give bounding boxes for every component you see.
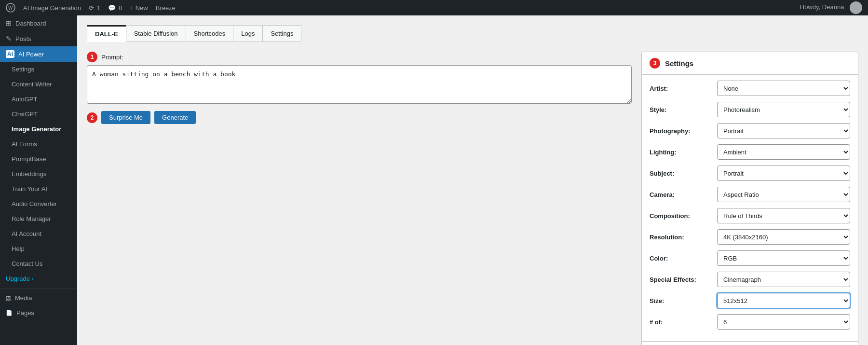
- artist-select[interactable]: None: [717, 81, 850, 96]
- sidebar-item-dashboard[interactable]: ⊞ Dashboard: [0, 15, 77, 31]
- sidebar-separator: [0, 288, 77, 289]
- color-select[interactable]: RGB: [717, 250, 850, 266]
- artist-row: Artist: None: [650, 81, 850, 96]
- main-content: DALL-E Stable Diffusion Shortcodes Logs …: [77, 15, 868, 345]
- tab-settings[interactable]: Settings: [262, 25, 301, 42]
- num-of-label: # of:: [650, 318, 717, 326]
- step3-badge: 3: [650, 58, 660, 69]
- subject-label: Subject:: [650, 170, 717, 177]
- prompt-label: Prompt:: [101, 54, 123, 61]
- content-layout: 1 Prompt: 2 Surprise Me Generate 3 Setti…: [87, 52, 858, 345]
- update-icon: ⟳: [89, 4, 94, 12]
- style-label: Style:: [650, 106, 717, 113]
- sidebar: ⊞ Dashboard ✎ Posts AI AI Power Settings…: [0, 15, 77, 345]
- sidebar-item-pages[interactable]: 📄 Pages: [0, 305, 77, 320]
- camera-label: Camera:: [650, 191, 717, 198]
- photography-select[interactable]: Portrait: [717, 123, 850, 138]
- settings-footer: Set as Default: [642, 341, 858, 345]
- generate-button[interactable]: Generate: [154, 111, 196, 124]
- sidebar-item-chatgpt[interactable]: ChatGPT: [0, 107, 77, 122]
- style-select[interactable]: Photorealism: [717, 102, 850, 117]
- size-select[interactable]: 512x512: [717, 293, 850, 308]
- special-effects-row: Special Effects: Cinemagraph: [650, 272, 850, 287]
- tab-stable-diffusion[interactable]: Stable Diffusion: [126, 25, 186, 42]
- subject-select[interactable]: Portrait: [717, 166, 850, 181]
- comment-icon: 💬: [108, 4, 116, 12]
- num-of-select[interactable]: 6: [717, 314, 850, 330]
- resolution-row: Resolution: 4K (3840x2160): [650, 229, 850, 245]
- site-name[interactable]: AI Image Generation: [23, 4, 81, 12]
- color-label: Color:: [650, 255, 717, 262]
- left-panel: 1 Prompt: 2 Surprise Me Generate: [87, 52, 632, 345]
- tab-logs[interactable]: Logs: [233, 25, 263, 42]
- sidebar-item-ai-account[interactable]: AI Account: [0, 226, 77, 241]
- photography-label: Photography:: [650, 127, 717, 135]
- step2-badge: 2: [87, 112, 97, 123]
- pages-icon: 📄: [6, 310, 13, 316]
- plugin-label[interactable]: Breeze: [156, 4, 176, 12]
- user-avatar: [850, 1, 862, 14]
- sidebar-item-posts[interactable]: ✎ Posts: [0, 31, 77, 46]
- size-row: Size: 512x512: [650, 293, 850, 308]
- composition-label: Composition:: [650, 212, 717, 220]
- composition-select[interactable]: Rule of Thirds: [717, 208, 850, 223]
- resolution-select[interactable]: 4K (3840x2160): [717, 229, 850, 245]
- lighting-select[interactable]: Ambient: [717, 144, 850, 160]
- comments-button[interactable]: 💬 0: [108, 4, 122, 12]
- svg-text:W: W: [8, 5, 13, 11]
- surprise-me-button[interactable]: Surprise Me: [101, 111, 150, 124]
- sidebar-item-settings[interactable]: Settings: [0, 62, 77, 77]
- sidebar-item-audio-converter[interactable]: Audio Converter: [0, 196, 77, 211]
- composition-row: Composition: Rule of Thirds: [650, 208, 850, 223]
- user-greeting: Howdy, Deanna: [800, 1, 862, 14]
- sidebar-item-role-manager[interactable]: Role Manager: [0, 211, 77, 226]
- ai-power-icon: AI: [6, 50, 14, 58]
- sidebar-item-help[interactable]: Help: [0, 241, 77, 256]
- posts-icon: ✎: [6, 35, 12, 42]
- color-row: Color: RGB: [650, 250, 850, 266]
- camera-select[interactable]: Aspect Ratio: [717, 187, 850, 202]
- size-label: Size:: [650, 297, 717, 304]
- camera-row: Camera: Aspect Ratio: [650, 187, 850, 202]
- sidebar-item-promptbase[interactable]: PromptBase: [0, 152, 77, 166]
- dashboard-icon: ⊞: [6, 19, 12, 27]
- num-of-row: # of: 6: [650, 314, 850, 330]
- prompt-textarea[interactable]: [87, 65, 632, 104]
- settings-title: Settings: [665, 59, 693, 68]
- sidebar-item-autogpt[interactable]: AutoGPT: [0, 92, 77, 107]
- photography-row: Photography: Portrait: [650, 123, 850, 138]
- sidebar-item-media[interactable]: 🖼 Media: [0, 290, 77, 305]
- sidebar-item-train-your-ai[interactable]: Train Your AI: [0, 181, 77, 196]
- sidebar-item-content-writer[interactable]: Content Writer: [0, 77, 77, 92]
- sidebar-item-ai-power[interactable]: AI AI Power: [0, 46, 77, 62]
- sidebar-item-embeddings[interactable]: Embeddings: [0, 166, 77, 181]
- subject-row: Subject: Portrait: [650, 166, 850, 181]
- tab-shortcodes[interactable]: Shortcodes: [186, 25, 234, 42]
- tabs-bar: DALL-E Stable Diffusion Shortcodes Logs …: [87, 25, 858, 42]
- action-row: 2 Surprise Me Generate: [87, 111, 632, 124]
- settings-card: 3 Settings Artist: None S: [641, 52, 858, 345]
- prompt-label-row: 1 Prompt:: [87, 52, 632, 62]
- lighting-label: Lighting:: [650, 149, 717, 156]
- style-row: Style: Photorealism: [650, 102, 850, 117]
- lighting-row: Lighting: Ambient: [650, 144, 850, 160]
- right-panel: 3 Settings Artist: None S: [641, 52, 858, 345]
- resolution-label: Resolution:: [650, 234, 717, 241]
- admin-bar: W AI Image Generation ⟳ 1 💬 0 + New Bree…: [0, 0, 868, 15]
- artist-label: Artist:: [650, 85, 717, 92]
- sidebar-item-contact-us[interactable]: Contact Us: [0, 256, 77, 271]
- settings-body: Artist: None Style: Photorealism: [642, 75, 858, 341]
- updates-button[interactable]: ⟳ 1: [89, 4, 100, 12]
- sidebar-item-upgrade[interactable]: Upgrade ›: [0, 271, 77, 286]
- special-effects-label: Special Effects:: [650, 276, 717, 283]
- new-content-button[interactable]: + New: [130, 4, 148, 12]
- step1-badge: 1: [87, 52, 97, 62]
- sidebar-item-ai-forms[interactable]: AI Forms: [0, 137, 77, 152]
- media-icon: 🖼: [6, 295, 11, 301]
- tab-dall-e[interactable]: DALL-E: [87, 25, 126, 42]
- special-effects-select[interactable]: Cinemagraph: [717, 272, 850, 287]
- settings-header: 3 Settings: [642, 52, 858, 75]
- sidebar-item-image-generator[interactable]: Image Generator: [0, 122, 77, 137]
- wp-logo-button[interactable]: W: [6, 3, 15, 13]
